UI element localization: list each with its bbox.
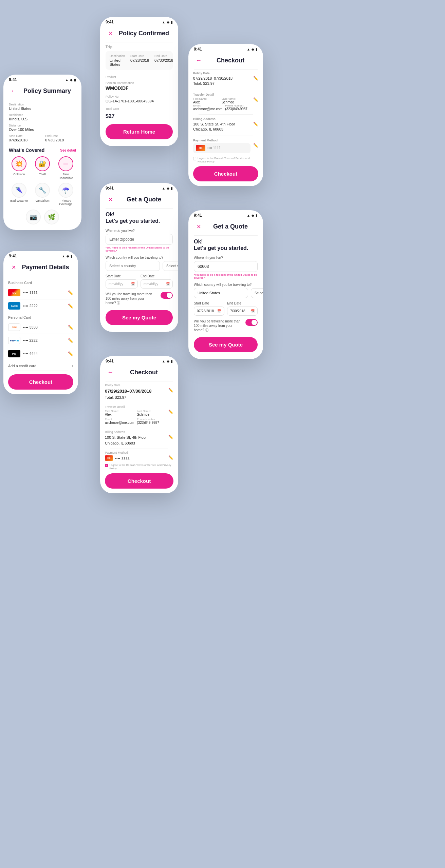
subtitle-line1: Ok! [194,239,203,244]
payment-edit-icon[interactable]: ✏️ [253,143,258,148]
traveler-edit-icon[interactable]: ✏️ [168,410,173,414]
select-button[interactable]: Select ▾ [163,261,178,271]
zipcode-input[interactable] [106,234,173,245]
policy-date-row: 07/29/2018–07/30/2018 Total: $23.97 ✏️ [193,76,258,86]
payment-card: MC •••• 1111 [105,455,130,461]
coverage-collision[interactable]: 💥 Collision [9,156,30,180]
policy-date-value: 07/29/2018–07/30/2018 [193,76,233,81]
divider [199,114,253,115]
coverage-zero-deductible[interactable]: — Zero Deductible [55,156,76,180]
edit-icon[interactable]: ✏️ [68,325,73,330]
edit-icon[interactable]: ✏️ [68,338,73,343]
terms-checkbox[interactable] [193,157,196,160]
status-icons: ▲ ◆ ▮ [247,214,258,217]
screen-header: ← Policy Summary [3,83,81,100]
last-name-label: Last Name: [222,97,247,100]
billing-edit-icon[interactable]: ✏️ [168,435,173,439]
email-value: aschmoe@me.com [105,421,134,425]
zipcode-input[interactable] [194,261,258,272]
destination-group: Destination United States [110,54,125,66]
see-detail-link[interactable]: See detail [60,149,76,152]
status-time: 9:41 [9,77,17,82]
personal-card-paypal[interactable]: PayPal •••• 2222 ✏️ [8,335,73,346]
return-home-button[interactable]: Return Home [106,124,173,139]
business-card-amex[interactable]: AMEX •••• 2222 ✏️ [8,300,73,312]
select-button[interactable]: Select ▾ [251,288,263,298]
coverage-bad-weather[interactable]: 🌂 Bad Weather [9,183,30,206]
start-date-group: Start Date 07/28/2018 [9,134,40,145]
toggle-knob [252,320,257,325]
back-button[interactable]: ← [194,56,203,65]
end-date-group: End Date mm/dd/yy 📅 [141,274,173,289]
back-button[interactable]: ← [9,86,18,96]
signal-icon: ▲ [247,214,250,217]
traveler-label: Traveler Detail [193,93,258,96]
battery-icon: ▮ [256,47,258,51]
card-left: AMEX •••• 2222 [8,302,38,310]
screen-header: ← Checkout [100,365,178,381]
policy-edit-icon[interactable]: ✏️ [168,388,173,393]
payment-details-content: Business Card MC •••• 1111 ✏️ AMEX •••• … [3,276,78,394]
coverage-vandalism[interactable]: 🔧 Vandalism [32,183,53,206]
subtitle-line2: Let's get you started. [106,218,160,224]
destination-value: United States [110,58,125,66]
screen-header: ✕ Get a Quote [100,192,178,208]
close-button[interactable]: ✕ [106,195,115,204]
end-date-input[interactable]: 7/30/2018 📅 [227,307,258,316]
policy-no-value: OG-14-1701-1801-00049394 [106,99,173,103]
add-card-row[interactable]: Add a credit card › [8,361,73,371]
terms-checkbox[interactable]: ✓ [105,464,108,467]
get-quote-right-screen: 9:41 ▲ ◆ ▮ ✕ Get a Quote Ok! Let's get y… [188,210,263,359]
close-button[interactable]: ✕ [106,28,115,38]
edit-icon[interactable]: ✏️ [68,351,73,356]
policy-date-values: 07/29/2018–07/30/2018 Total: $23.97 [105,388,151,400]
status-bar: 9:41 ▲ ◆ ▮ [100,17,178,26]
bonzah-value: WMOIXDF [106,85,173,91]
see-quote-button[interactable]: See my Quote [194,337,258,352]
checkout-button[interactable]: Checkout [193,166,258,181]
coverage-theft[interactable]: 🔐 Theft [32,156,53,180]
first-name-value: Alex [105,413,134,416]
bonzah-label: Bonzah Confirmation [106,81,173,85]
coverage-primary[interactable]: ☂️ Primary Coverage [55,183,76,206]
status-time: 9:41 [194,213,202,218]
traveler-edit-icon[interactable]: ✏️ [253,97,258,102]
wifi-icon: ◆ [167,186,169,190]
country-input[interactable] [106,261,160,271]
end-date-value: 07/30/2018 [45,138,76,142]
distance-toggle[interactable] [245,319,258,326]
edit-icon[interactable]: ✏️ [68,290,73,295]
first-name-value: Alex [193,100,219,104]
billing-edit-icon[interactable]: ✏️ [253,122,258,126]
leaf-icon: 🌿 [44,210,59,224]
checkout-button[interactable]: Checkout [8,374,73,390]
info-icon: ⓘ [117,301,120,305]
wifi-icon: ◆ [70,78,73,82]
checkout-button[interactable]: Checkout [105,473,173,489]
back-button[interactable]: ← [106,368,115,377]
close-button[interactable]: ✕ [9,262,18,272]
payment-edit-icon[interactable]: ✏️ [168,455,173,460]
personal-card-discover[interactable]: DISC •••• 3333 ✏️ [8,321,73,333]
screen-title: Policy Confirmed [115,30,173,37]
status-bar: 9:41 ▲ ◆ ▮ [100,356,178,365]
end-date-input[interactable]: mm/dd/yy 📅 [141,279,173,289]
start-date-input[interactable]: 07/28/2018 📅 [194,307,224,316]
screen-title: Get a Quote [203,223,258,230]
edit-icon[interactable]: ✏️ [68,303,73,309]
collision-label: Collision [13,173,25,176]
start-date-input[interactable]: mm/dd/yy 📅 [106,279,138,289]
screen-title: Payment Details [18,264,73,271]
distance-toggle[interactable] [161,292,173,299]
checkout-top-screen: 9:41 ▲ ◆ ▮ ← Checkout Policy Date 07/29/… [188,44,263,186]
checkout-bottom-screen: 9:41 ▲ ◆ ▮ ← Checkout Policy Date 07/29/… [100,356,178,493]
policy-edit-icon[interactable]: ✏️ [253,76,258,81]
battery-icon: ▮ [171,359,173,363]
theft-icon: 🔐 [35,156,50,171]
status-icons: ▲ ◆ ▮ [162,20,173,24]
business-card-mc[interactable]: MC •••• 1111 ✏️ [8,287,73,298]
close-button[interactable]: ✕ [194,222,203,231]
personal-card-applepay[interactable]: Pay •••• 4444 ✏️ [8,348,73,359]
country-input[interactable] [194,288,248,298]
see-quote-button[interactable]: See my Quote [106,310,173,325]
